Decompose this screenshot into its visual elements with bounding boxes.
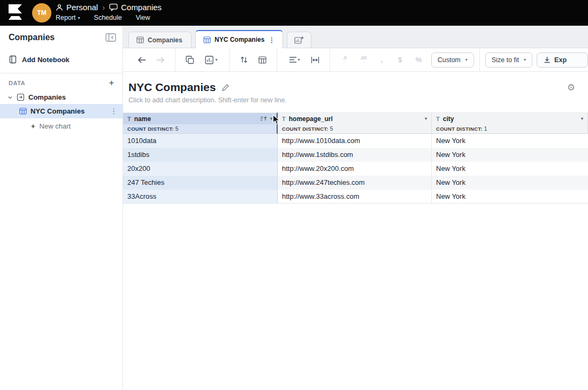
sidebar-item-nyc-companies[interactable]: NYC Companies ⋮ [0, 104, 123, 118]
divider [330, 48, 330, 72]
text-type-icon: T [282, 116, 286, 122]
chevron-right-icon: › [101, 3, 106, 12]
app-logo-icon[interactable] [7, 4, 23, 24]
chevron-down-icon [7, 95, 13, 100]
divider [229, 48, 230, 72]
table-cell[interactable]: 20x200 [123, 162, 278, 176]
divider [479, 48, 480, 72]
main-area: Companies NYC Companies ⋮ ▾ [123, 26, 588, 390]
download-icon [544, 56, 551, 63]
comma-format-button: , [375, 52, 389, 68]
person-icon [56, 4, 63, 11]
redo-forward-button[interactable] [154, 52, 168, 68]
sidebar-item-companies[interactable]: Companies [0, 91, 123, 104]
notebook-icon [9, 55, 17, 64]
gear-icon[interactable]: ⚙ [567, 82, 575, 93]
column-menu-icon[interactable]: ▾ [425, 116, 427, 121]
column-stat-name: COUNT DISTINCT:5 [123, 124, 278, 134]
increase-decimal-button: .00→ [356, 52, 371, 68]
table-cell[interactable]: 247 Techies [123, 176, 278, 190]
table-cell[interactable]: http://www.1010data.com [278, 134, 432, 148]
title-row: NYC Companies ⚙ [128, 80, 588, 95]
edit-title-icon[interactable] [222, 84, 230, 92]
caret-down-icon: ▾ [524, 57, 526, 62]
table-cell[interactable]: New York [432, 148, 588, 162]
column-header-name[interactable]: T name ▾ [123, 112, 278, 124]
comment-icon [109, 3, 118, 11]
menu-report[interactable]: Report ▾ [56, 14, 80, 21]
new-chart-button[interactable]: + New chart [0, 118, 123, 134]
divider [175, 48, 175, 72]
menu-bar: Report ▾ Schedule View [56, 14, 150, 21]
table-icon [136, 36, 144, 43]
tab-nyc-companies[interactable]: NYC Companies ⋮ [195, 30, 283, 48]
column-menu-icon[interactable]: ▾ [581, 116, 583, 121]
tab-strip: Companies NYC Companies ⋮ [123, 26, 588, 48]
sort-button[interactable] [236, 52, 251, 68]
size-to-fit-dropdown[interactable]: Size to fit ▾ [485, 52, 532, 68]
table-cell[interactable]: http://www.33across.com [278, 190, 432, 204]
table-cell[interactable]: http://www.20x200.com [278, 162, 432, 176]
breadcrumb: Personal › Companies [56, 3, 162, 12]
currency-format-button: $ [393, 52, 408, 68]
duplicate-icon[interactable] [183, 52, 197, 68]
sort-asc-icon[interactable] [260, 116, 267, 122]
add-notebook-button[interactable]: Add Notebook [0, 49, 123, 70]
tab-kebab-icon[interactable]: ⋮ [268, 36, 275, 44]
undo-back-button[interactable] [135, 52, 149, 68]
table-icon [19, 108, 27, 115]
pivot-table-button[interactable] [255, 52, 270, 68]
table-cell[interactable]: New York [432, 134, 588, 148]
percent-format-button: % [411, 52, 426, 68]
table-cell[interactable]: http://www.247techies.com [278, 176, 432, 190]
table-cell[interactable]: New York [432, 162, 588, 176]
toolbar: ▾ ▾ .0← .00→ , $ % Custom ▾ [123, 48, 588, 72]
caret-down-icon: ▾ [298, 57, 300, 62]
breadcrumb-item[interactable]: Companies [121, 3, 162, 12]
divider [277, 48, 277, 72]
decrease-decimal-button: .0← [338, 52, 352, 68]
table-cell[interactable]: http://www.1stdibs.com [278, 148, 432, 162]
column-header-homepage-url[interactable]: T homepage_url ▾ [278, 112, 432, 124]
menu-schedule[interactable]: Schedule [94, 14, 122, 21]
text-type-icon: T [436, 116, 440, 122]
text-type-icon: T [127, 116, 131, 122]
dataset-icon [17, 93, 25, 101]
data-label: DATA [9, 80, 25, 86]
table-cell[interactable]: 1010data [123, 134, 278, 148]
sidebar-title: Companies [9, 33, 55, 42]
collapse-sidebar-icon[interactable] [105, 33, 116, 42]
sidebar-header: Companies [0, 26, 123, 49]
table-icon [203, 36, 211, 43]
table-cell[interactable]: 33Across [123, 190, 278, 204]
caret-down-icon: ▾ [465, 57, 468, 62]
custom-format-dropdown[interactable]: Custom ▾ [431, 52, 474, 68]
new-chart-tab-button[interactable] [287, 32, 311, 48]
breadcrumb-workspace[interactable]: Personal [66, 3, 98, 12]
table-cell[interactable]: 1stdibs [123, 148, 278, 162]
kebab-menu-icon[interactable]: ⋮ [110, 107, 117, 115]
menu-view[interactable]: View [136, 14, 150, 21]
chart-description-placeholder[interactable]: Click to add chart description. Shift-en… [128, 96, 588, 106]
top-bar: TM Personal › Companies Report ▾ Schedul… [0, 0, 588, 26]
data-section-header: DATA + [0, 73, 123, 91]
table-cell[interactable]: New York [432, 190, 588, 204]
table-cell[interactable]: New York [432, 176, 588, 190]
add-data-button[interactable]: + [109, 80, 114, 86]
fit-width-button[interactable] [308, 52, 323, 68]
column-stat-city: COUNT DISTINCT:1 [432, 124, 588, 134]
column-menu-icon[interactable]: ▾ [270, 116, 272, 121]
avatar[interactable]: TM [32, 3, 51, 22]
sidebar: Companies Add Notebook DATA + Companies … [0, 26, 123, 390]
new-chart-icon [294, 36, 304, 44]
plus-icon: + [31, 122, 35, 130]
column-stat-homepage-url: COUNT DISTINCT:5 [278, 124, 432, 134]
tab-companies[interactable]: Companies [128, 32, 192, 48]
align-dropdown[interactable]: ▾ [285, 52, 303, 68]
page-title[interactable]: NYC Companies [128, 81, 216, 94]
chart-type-dropdown[interactable]: ▾ [201, 52, 221, 68]
column-header-city[interactable]: T city ▾ [432, 112, 588, 124]
export-button[interactable]: Exp [537, 52, 588, 68]
caret-down-icon: ▾ [215, 57, 217, 62]
caret-down-icon: ▾ [78, 16, 80, 20]
